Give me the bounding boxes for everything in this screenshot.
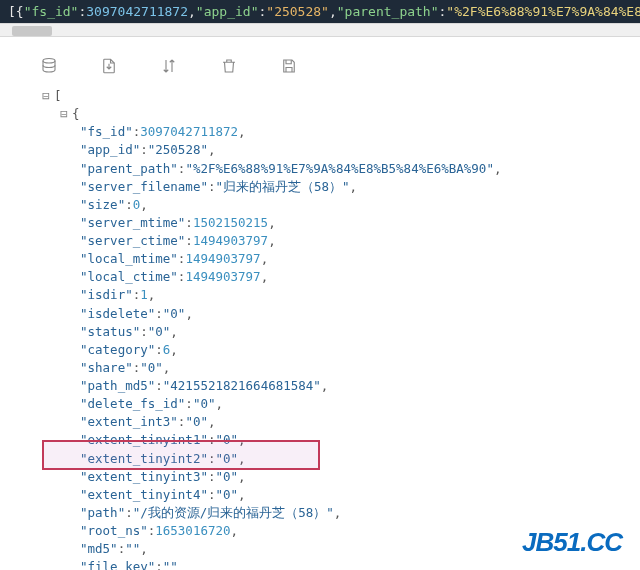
collapse-toggle[interactable]: ⊟ bbox=[40, 87, 52, 105]
json-field: "server_ctime":1494903797, bbox=[40, 232, 640, 250]
json-toolbar bbox=[10, 51, 640, 87]
json-field: "path_md5":"4215521821664681584", bbox=[40, 377, 640, 395]
path-highlight bbox=[42, 440, 320, 470]
json-field: "local_ctime":1494903797, bbox=[40, 268, 640, 286]
json-field: "status":"0", bbox=[40, 323, 640, 341]
json-field: "isdelete":"0", bbox=[40, 305, 640, 323]
json-field: "extent_tinyint3":"0", bbox=[40, 468, 640, 486]
json-field: "server_filename":"归来的福丹芝（58）", bbox=[40, 178, 640, 196]
sort-icon[interactable] bbox=[158, 55, 180, 77]
watermark: JB51.CC bbox=[522, 527, 622, 558]
json-field: "app_id":"250528", bbox=[40, 141, 640, 159]
database-icon[interactable] bbox=[38, 55, 60, 77]
json-field: "fs_id":3097042711872, bbox=[40, 123, 640, 141]
json-field: "extent_int3":"0", bbox=[40, 413, 640, 431]
json-field: "parent_path":"%2F%E6%88%91%E7%9A%84%E8%… bbox=[40, 160, 640, 178]
json-field: "delete_fs_id":"0", bbox=[40, 395, 640, 413]
collapse-toggle[interactable]: ⊟ bbox=[58, 105, 70, 123]
json-field: "extent_tinyint4":"0", bbox=[40, 486, 640, 504]
json-field: "share":"0", bbox=[40, 359, 640, 377]
json-field: "file_key":"" bbox=[40, 558, 640, 570]
svg-point-0 bbox=[43, 59, 55, 64]
json-field: "server_mtime":1502150215, bbox=[40, 214, 640, 232]
json-field: "category":6, bbox=[40, 341, 640, 359]
export-file-icon[interactable] bbox=[98, 55, 120, 77]
json-viewer: ⊟[ ⊟{ "fs_id":3097042711872, "app_id":"2… bbox=[10, 87, 640, 570]
trash-icon[interactable] bbox=[218, 55, 240, 77]
request-preview-bar: [{"fs_id":3097042711872,"app_id":"250528… bbox=[0, 0, 640, 23]
json-field-path: "path":"/我的资源/归来的福丹芝（58）", bbox=[40, 504, 640, 522]
json-field: "isdir":1, bbox=[40, 286, 640, 304]
save-icon[interactable] bbox=[278, 55, 300, 77]
json-field: "local_mtime":1494903797, bbox=[40, 250, 640, 268]
scroll-thumb[interactable] bbox=[12, 26, 52, 36]
horizontal-scrollbar[interactable] bbox=[0, 23, 640, 37]
json-field: "size":0, bbox=[40, 196, 640, 214]
